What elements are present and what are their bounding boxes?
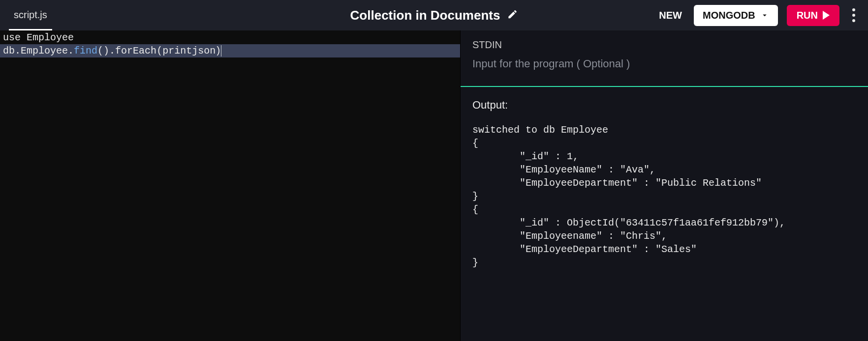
- more-menu-button[interactable]: [848, 5, 859, 25]
- kebab-dot-icon: [852, 14, 855, 17]
- stdin-input[interactable]: [472, 56, 856, 86]
- code-token: (: [156, 45, 162, 57]
- header-bar: script.js Collection in Documents NEW MO…: [0, 0, 868, 30]
- chevron-down-icon: [760, 11, 769, 20]
- output-text: switched to db Employee { "_id" : 1, "Em…: [472, 123, 856, 269]
- code-line: use Employee: [0, 31, 460, 44]
- language-select-button[interactable]: MONGODB: [694, 5, 778, 26]
- kebab-dot-icon: [852, 19, 855, 22]
- code-token: find: [74, 45, 97, 57]
- pencil-icon: [507, 9, 518, 20]
- page-title: Collection in Documents: [350, 8, 500, 23]
- new-button[interactable]: NEW: [656, 6, 685, 25]
- header-actions: NEW MONGODB RUN: [656, 5, 859, 26]
- code-line-active: db.Employee.find().forEach(printjson): [0, 44, 460, 57]
- code-token: db: [3, 45, 15, 57]
- code-token: .: [109, 45, 115, 57]
- code-token: .: [68, 45, 74, 57]
- code-token: forEach: [115, 45, 156, 57]
- title-container: Collection in Documents: [350, 8, 518, 23]
- play-icon: [823, 11, 830, 20]
- panel-divider: [461, 86, 868, 87]
- code-token: printjson: [162, 45, 216, 57]
- run-button-label: RUN: [797, 10, 818, 21]
- io-panel: STDIN Output: switched to db Employee { …: [460, 30, 868, 341]
- code-token: ): [215, 45, 221, 57]
- code-token: Employee: [21, 45, 68, 57]
- output-label: Output:: [472, 99, 856, 112]
- edit-title-button[interactable]: [507, 9, 518, 22]
- code-token: .: [15, 45, 21, 57]
- code-token: use Employee: [3, 32, 74, 43]
- file-tab-label: script.js: [14, 9, 47, 21]
- code-token: (): [97, 45, 109, 57]
- run-button[interactable]: RUN: [787, 5, 839, 26]
- new-button-label: NEW: [659, 10, 682, 21]
- code-editor[interactable]: use Employee db.Employee.find().forEach(…: [0, 30, 460, 341]
- main-area: use Employee db.Employee.find().forEach(…: [0, 30, 868, 341]
- kebab-dot-icon: [852, 8, 855, 11]
- stdin-label: STDIN: [472, 39, 856, 51]
- file-tab[interactable]: script.js: [9, 0, 52, 30]
- language-select-label: MONGODB: [703, 10, 755, 21]
